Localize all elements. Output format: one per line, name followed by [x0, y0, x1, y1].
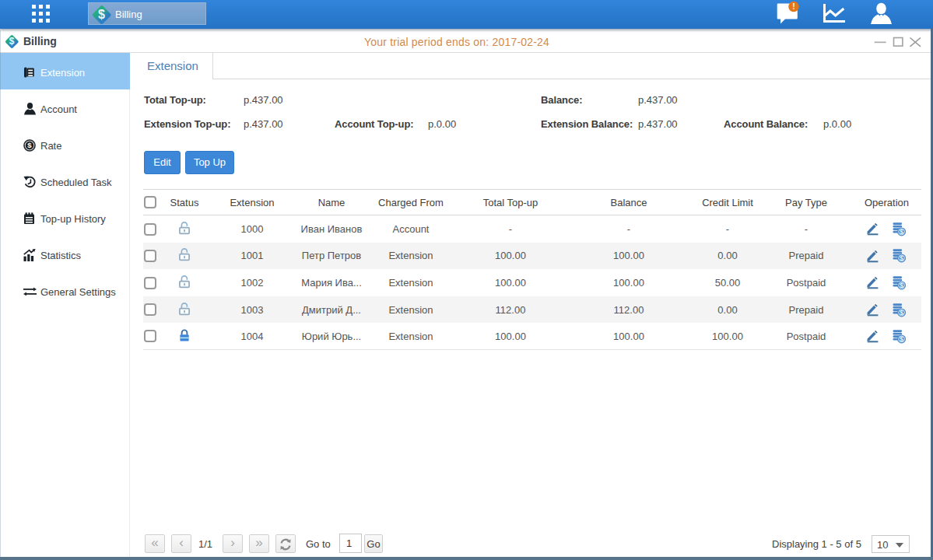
- svg-text:$: $: [27, 141, 32, 149]
- svg-text:$: $: [900, 228, 903, 236]
- svg-text:$: $: [900, 282, 903, 289]
- svg-text:$: $: [900, 254, 903, 262]
- svg-text:!: !: [792, 2, 795, 11]
- svg-text:$: $: [900, 309, 903, 317]
- svg-text:$: $: [900, 335, 903, 343]
